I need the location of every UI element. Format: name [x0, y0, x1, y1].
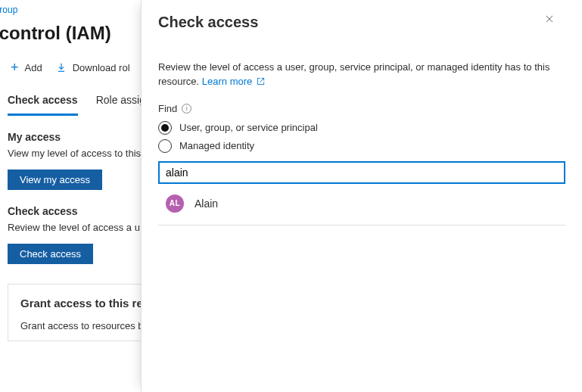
radio-mi-label: Managed identity: [179, 140, 254, 151]
radio-user-group-sp[interactable]: User, group, or service principal: [158, 119, 565, 137]
info-icon[interactable]: i: [182, 104, 191, 114]
check-access-panel: Check access Review the level of access …: [141, 0, 582, 392]
add-label: Add: [25, 62, 42, 73]
close-icon: [544, 14, 565, 24]
radio-ugsp-label: User, group, or service principal: [179, 122, 318, 133]
learn-more-link[interactable]: Learn more: [202, 76, 265, 87]
learn-more-label: Learn more: [202, 76, 252, 87]
principal-name: Alain: [195, 198, 218, 210]
tab-check-access[interactable]: Check access: [8, 89, 78, 116]
avatar: AL: [166, 194, 184, 213]
panel-title: Check access: [158, 14, 258, 31]
radio-icon: [158, 121, 172, 135]
radio-managed-identity[interactable]: Managed identity: [158, 137, 565, 155]
download-label: Download rol: [73, 62, 130, 73]
close-button[interactable]: [544, 14, 565, 35]
plus-icon: +: [11, 61, 19, 74]
check-access-button[interactable]: Check access: [8, 244, 93, 264]
external-link-icon: [257, 77, 265, 86]
add-button[interactable]: + Add: [11, 61, 42, 74]
breadcrumb-last[interactable]: e-group: [0, 5, 17, 15]
download-role-assignments-button[interactable]: Download rol: [56, 62, 130, 73]
view-my-access-button[interactable]: View my access: [8, 170, 102, 190]
principal-search-input[interactable]: [158, 161, 565, 184]
download-icon: [56, 62, 67, 73]
radio-icon: [158, 139, 172, 153]
find-label: Find i: [158, 103, 565, 114]
principal-result-row[interactable]: AL Alain: [158, 184, 565, 226]
panel-description: Review the level of access a user, group…: [158, 61, 565, 89]
find-label-text: Find: [158, 103, 177, 114]
